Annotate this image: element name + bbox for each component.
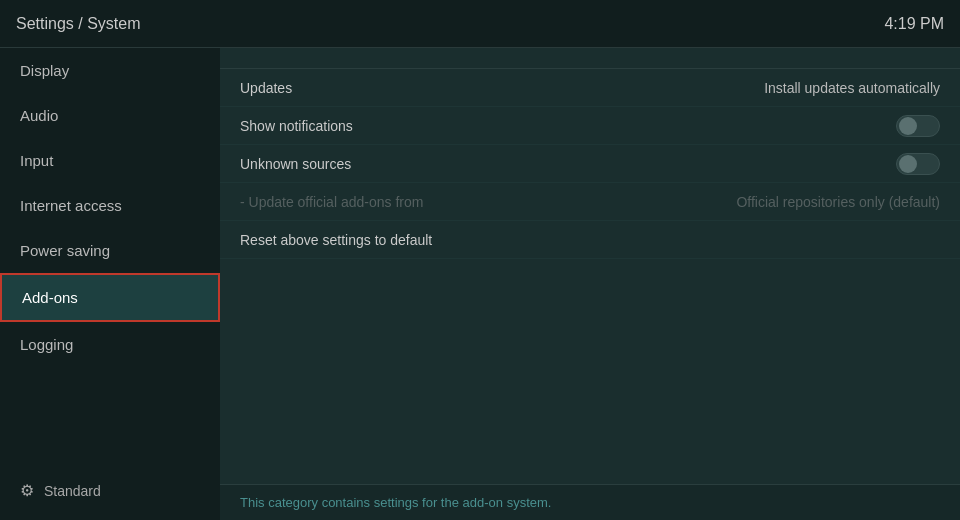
settings-row-show-notifications[interactable]: Show notifications [220, 107, 960, 145]
gear-icon: ⚙ [20, 481, 34, 500]
sidebar-item-input[interactable]: Input [0, 138, 220, 183]
sidebar-profile[interactable]: ⚙Standard [0, 469, 220, 512]
sidebar-item-audio[interactable]: Audio [0, 93, 220, 138]
row-value-updates: Install updates automatically [764, 80, 940, 96]
header-time: 4:19 PM [884, 15, 944, 33]
sidebar-item-logging[interactable]: Logging [0, 322, 220, 367]
sidebar-item-power-saving[interactable]: Power saving [0, 228, 220, 273]
sidebar-item-add-ons[interactable]: Add-ons [0, 273, 220, 322]
row-value-update-official: Official repositories only (default) [736, 194, 940, 210]
settings-row-unknown-sources[interactable]: Unknown sources [220, 145, 960, 183]
settings-panel: UpdatesInstall updates automaticallyShow… [220, 48, 960, 484]
toggle-unknown-sources[interactable] [896, 153, 940, 175]
row-label-updates: Updates [240, 80, 292, 96]
toggle-knob-show-notifications [899, 117, 917, 135]
settings-row-update-official: - Update official add-ons fromOfficial r… [220, 183, 960, 221]
row-label-update-official: - Update official add-ons from [240, 194, 423, 210]
sidebar-item-display[interactable]: Display [0, 48, 220, 93]
page-title: Settings / System [16, 15, 141, 33]
sidebar-item-internet-access[interactable]: Internet access [0, 183, 220, 228]
toggle-show-notifications[interactable] [896, 115, 940, 137]
content-area: UpdatesInstall updates automaticallyShow… [220, 48, 960, 520]
row-label-show-notifications: Show notifications [240, 118, 353, 134]
row-label-unknown-sources: Unknown sources [240, 156, 351, 172]
settings-rows: UpdatesInstall updates automaticallyShow… [220, 69, 960, 259]
reset-row[interactable]: Reset above settings to default [220, 221, 960, 259]
footer-description: This category contains settings for the … [220, 484, 960, 520]
section-header [220, 48, 960, 69]
toggle-knob-unknown-sources [899, 155, 917, 173]
sidebar: DisplayAudioInputInternet accessPower sa… [0, 48, 220, 520]
settings-row-updates[interactable]: UpdatesInstall updates automatically [220, 69, 960, 107]
reset-label: Reset above settings to default [240, 232, 432, 248]
profile-label: Standard [44, 483, 101, 499]
